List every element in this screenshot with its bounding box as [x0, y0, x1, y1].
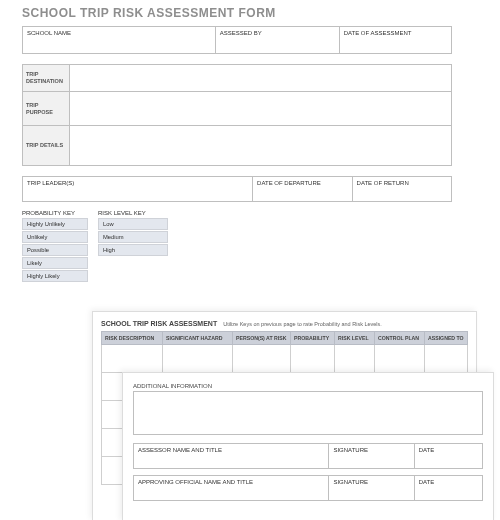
- probability-key-title: PROBABILITY KEY: [22, 210, 88, 216]
- probability-key-item: Likely: [22, 257, 88, 269]
- col-probability: PROBABILITY: [291, 331, 335, 345]
- risk-level-key-title: RISK LEVEL KEY: [98, 210, 168, 216]
- additional-info-label: ADDITIONAL INFORMATION: [133, 383, 483, 389]
- probability-key-item: Highly Unlikely: [22, 218, 88, 230]
- additional-info-field[interactable]: [133, 391, 483, 435]
- form-page-1: SCHOOL TRIP RISK ASSESSMENT FORM SCHOOL …: [22, 6, 452, 283]
- trip-leaders-label: TRIP LEADER(S): [27, 180, 248, 186]
- approver-row: APPROVING OFFICIAL NAME AND TITLE SIGNAT…: [133, 475, 483, 501]
- trip-destination-field[interactable]: [70, 64, 452, 92]
- date-assessment-field[interactable]: DATE OF ASSESSMENT: [340, 26, 452, 54]
- risk-key-item: Low: [98, 218, 168, 230]
- col-significant-hazard: SIGNIFICANT HAZARD: [163, 331, 233, 345]
- trip-purpose-field[interactable]: [70, 92, 452, 126]
- probability-key-item: Possible: [22, 244, 88, 256]
- additional-info-section: ADDITIONAL INFORMATION: [133, 383, 483, 435]
- date-label: DATE: [419, 479, 478, 485]
- date-label: DATE: [419, 447, 478, 453]
- signature-label: SIGNATURE: [333, 447, 409, 453]
- school-name-label: SCHOOL NAME: [27, 30, 211, 36]
- col-assigned-to: ASSIGNED TO: [425, 331, 468, 345]
- col-risk-level: RISK LEVEL: [335, 331, 375, 345]
- assessor-name-label: ASSESSOR NAME AND TITLE: [138, 447, 324, 453]
- approver-date-field[interactable]: DATE: [415, 475, 483, 501]
- approver-name-field[interactable]: APPROVING OFFICIAL NAME AND TITLE: [133, 475, 329, 501]
- probability-key-item: Highly Likely: [22, 270, 88, 282]
- form-title: SCHOOL TRIP RISK ASSESSMENT FORM: [22, 6, 452, 20]
- form-page-3: ADDITIONAL INFORMATION ASSESSOR NAME AND…: [122, 372, 494, 520]
- approver-signature-field[interactable]: SIGNATURE: [329, 475, 414, 501]
- col-control-plan: CONTROL PLAN: [375, 331, 425, 345]
- trip-leaders-field[interactable]: TRIP LEADER(S): [22, 176, 253, 202]
- header-row: SCHOOL NAME ASSESSED BY DATE OF ASSESSME…: [22, 26, 452, 54]
- trip-purpose-label: TRIP PURPOSE: [22, 92, 70, 126]
- assessment-title: SCHOOL TRIP RISK ASSESSMENT: [101, 320, 217, 327]
- assessor-signature-field[interactable]: SIGNATURE: [329, 443, 414, 469]
- trip-block: TRIP DESTINATION TRIP PURPOSE TRIP DETAI…: [22, 64, 452, 166]
- return-field[interactable]: DATE OF RETURN: [353, 176, 452, 202]
- table-row[interactable]: [101, 345, 468, 373]
- assessor-row: ASSESSOR NAME AND TITLE SIGNATURE DATE: [133, 443, 483, 469]
- departure-label: DATE OF DEPARTURE: [257, 180, 347, 186]
- probability-key: PROBABILITY KEY Highly Unlikely Unlikely…: [22, 210, 88, 283]
- departure-field[interactable]: DATE OF DEPARTURE: [253, 176, 352, 202]
- risk-key-item: Medium: [98, 231, 168, 243]
- risk-key-item: High: [98, 244, 168, 256]
- leader-row: TRIP LEADER(S) DATE OF DEPARTURE DATE OF…: [22, 176, 452, 202]
- trip-details-label: TRIP DETAILS: [22, 126, 70, 166]
- assessor-name-field[interactable]: ASSESSOR NAME AND TITLE: [133, 443, 329, 469]
- trip-destination-label: TRIP DESTINATION: [22, 64, 70, 92]
- return-label: DATE OF RETURN: [357, 180, 447, 186]
- assessed-by-label: ASSESSED BY: [220, 30, 335, 36]
- col-risk-description: RISK DESCRIPTION: [101, 331, 163, 345]
- date-assessment-label: DATE OF ASSESSMENT: [344, 30, 447, 36]
- assessment-table-header: RISK DESCRIPTION SIGNIFICANT HAZARD PERS…: [101, 331, 468, 345]
- col-persons-at-risk: PERSON(S) AT RISK: [233, 331, 291, 345]
- approver-name-label: APPROVING OFFICIAL NAME AND TITLE: [138, 479, 324, 485]
- school-name-field[interactable]: SCHOOL NAME: [22, 26, 216, 54]
- assessment-subtitle: Utilize Keys on previous page to rate Pr…: [223, 321, 382, 327]
- assessor-date-field[interactable]: DATE: [415, 443, 483, 469]
- assessed-by-field[interactable]: ASSESSED BY: [216, 26, 340, 54]
- risk-level-key: RISK LEVEL KEY Low Medium High: [98, 210, 168, 283]
- keys-block: PROBABILITY KEY Highly Unlikely Unlikely…: [22, 210, 452, 283]
- trip-details-field[interactable]: [70, 126, 452, 166]
- signature-label: SIGNATURE: [333, 479, 409, 485]
- probability-key-item: Unlikely: [22, 231, 88, 243]
